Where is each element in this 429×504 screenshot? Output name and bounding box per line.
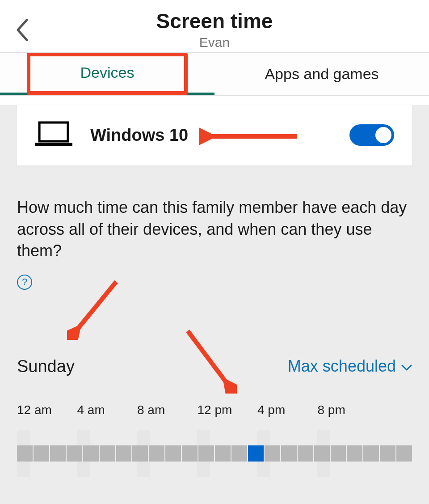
device-name-label: Windows 10 [90,126,188,145]
svg-rect-1 [35,143,72,146]
timeline-hour-cell[interactable] [50,445,66,462]
axis-label: 12 pm [198,403,258,417]
tab-apps-label: Apps and games [265,65,379,83]
timeline-hour-cell[interactable] [132,445,148,462]
chevron-down-icon [401,357,412,376]
timeline [17,430,412,477]
timeline-hour-cell[interactable] [34,445,49,462]
timeline-hour-cell[interactable] [100,445,115,462]
timeline-hour-cell[interactable] [182,445,198,462]
tab-bar: Devices Apps and games [0,53,429,96]
axis-label: 4 pm [257,403,318,417]
timeline-hour-cell[interactable] [198,445,214,462]
help-glyph: ? [22,276,27,288]
timeline-hour-cell[interactable] [67,445,82,462]
page-subtitle: Evan [0,35,429,50]
tab-apps-and-games[interactable]: Apps and games [214,53,429,95]
chevron-left-icon [13,19,31,41]
timeline-hour-cell[interactable] [331,445,346,462]
tab-devices-label: Devices [80,64,135,81]
page-title: Screen time [0,0,429,33]
day-row: Sunday Max scheduled [17,357,412,376]
header: Screen time Evan [0,0,429,53]
axis-label: 8 am [137,403,198,417]
timeline-bar-row [17,445,412,462]
timeline-hour-cell[interactable] [165,445,181,462]
help-icon[interactable]: ? [17,275,32,290]
question-text: How much time can this family member hav… [17,197,412,262]
svg-rect-0 [39,123,68,141]
axis-label: 4 am [77,403,138,417]
timeline-hour-cell[interactable] [215,445,231,462]
timeline-hour-cell[interactable] [347,445,362,462]
device-card-windows10: Windows 10 [17,105,412,165]
timeline-hour-cell[interactable] [298,445,313,462]
max-scheduled-dropdown[interactable]: Max scheduled [288,357,412,376]
timeline-hour-cell[interactable] [116,445,132,462]
timeline-hour-cell[interactable] [281,445,297,462]
axis-label: 12 am [17,403,77,417]
timeline-hour-cell[interactable] [396,445,412,462]
laptop-icon [35,121,72,149]
toggle-knob [375,127,391,143]
tab-devices[interactable]: Devices [0,53,214,95]
timeline-hour-cell[interactable] [231,445,247,462]
content-area: Windows 10 How much time can this family… [0,105,429,504]
back-button[interactable] [13,19,31,41]
timeline-hour-cell[interactable] [380,445,395,462]
axis-label: 8 pm [318,403,378,417]
day-label: Sunday [17,357,75,376]
timeline-hour-cell[interactable] [314,445,330,462]
max-scheduled-label: Max scheduled [288,357,396,376]
timeline-hour-cell[interactable] [149,445,164,462]
timeline-hour-cell[interactable] [265,445,280,462]
timeline-hour-cell[interactable] [363,445,379,462]
device-enabled-toggle[interactable] [349,124,394,146]
timeline-hour-cell[interactable] [248,445,264,462]
timeline-hour-cell[interactable] [17,445,33,462]
timeline-hour-cell[interactable] [83,445,99,462]
timeline-axis: 12 am 4 am 8 am 12 pm 4 pm 8 pm [17,403,412,417]
